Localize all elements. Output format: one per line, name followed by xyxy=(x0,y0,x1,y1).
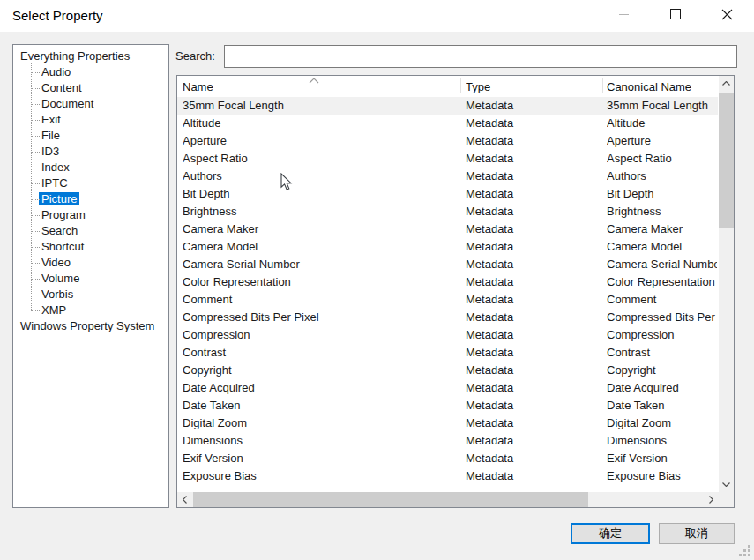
table-row[interactable]: Date AcquiredMetadataDate Acquired xyxy=(177,379,718,397)
chevron-right-icon xyxy=(709,496,713,504)
table-row[interactable]: CopyrightMetadataCopyright xyxy=(177,362,718,379)
column-header-canonical-name[interactable]: Canonical Name xyxy=(607,76,717,96)
tree-item-label: Video xyxy=(39,256,73,269)
tree-item-shortcut[interactable]: Shortcut xyxy=(13,239,168,255)
cell-type: Metadata xyxy=(466,238,600,256)
scroll-right-button[interactable] xyxy=(704,492,719,507)
minimize-button xyxy=(606,0,641,28)
property-list: 35mm Focal LengthMetadata35mm Focal Leng… xyxy=(177,97,718,485)
tree-item-xmp[interactable]: XMP xyxy=(13,302,168,318)
table-row[interactable]: BrightnessMetadataBrightness xyxy=(177,203,718,220)
tree-item-volume[interactable]: Volume xyxy=(13,271,168,287)
chevron-down-icon xyxy=(722,482,730,487)
cell-name: Bit Depth xyxy=(183,185,458,203)
window-title: Select Property xyxy=(12,0,103,32)
tree-item-file[interactable]: File xyxy=(13,128,168,144)
resize-grip-icon[interactable] xyxy=(737,543,751,557)
tree-item-label: ID3 xyxy=(39,145,62,158)
cell-canonical: Dimensions xyxy=(607,432,717,450)
cell-type: Metadata xyxy=(466,344,600,362)
tree-item-iptc[interactable]: IPTC xyxy=(13,175,168,191)
chevron-left-icon xyxy=(183,496,187,504)
table-row[interactable]: AltitudeMetadataAltitude xyxy=(177,115,718,132)
scroll-down-button[interactable] xyxy=(719,477,734,492)
vertical-scrollbar[interactable] xyxy=(719,76,734,492)
horizontal-scrollbar[interactable] xyxy=(177,492,719,507)
cell-type: Metadata xyxy=(466,203,600,220)
cell-canonical: Date Acquired xyxy=(607,379,717,397)
table-row[interactable]: Date TakenMetadataDate Taken xyxy=(177,397,718,414)
table-row[interactable]: ContrastMetadataContrast xyxy=(177,344,718,362)
cell-type: Metadata xyxy=(466,309,600,326)
tree-item-search[interactable]: Search xyxy=(13,223,168,239)
table-row[interactable]: CommentMetadataComment xyxy=(177,291,718,309)
table-row[interactable]: CompressionMetadataCompression xyxy=(177,326,718,344)
table-row[interactable]: DimensionsMetadataDimensions xyxy=(177,432,718,450)
cell-name: Color Representation xyxy=(183,273,458,291)
table-row[interactable]: Exif VersionMetadataExif Version xyxy=(177,450,718,467)
table-row[interactable]: Camera Serial NumberMetadataCamera Seria… xyxy=(177,256,718,273)
table-row[interactable]: Digital ZoomMetadataDigital Zoom xyxy=(177,414,718,432)
cell-name: Aperture xyxy=(183,132,458,150)
title-bar: Select Property xyxy=(0,0,754,32)
tree-item-content[interactable]: Content xyxy=(13,80,168,96)
list-header: Name Type Canonical Name xyxy=(177,76,718,96)
cell-name: Exposure Bias xyxy=(183,467,458,485)
table-row[interactable]: ApertureMetadataAperture xyxy=(177,132,718,150)
vertical-scrollbar-thumb[interactable] xyxy=(719,93,734,228)
cell-canonical: Copyright xyxy=(607,362,717,379)
search-input[interactable] xyxy=(224,45,737,68)
table-row[interactable]: Exposure BiasMetadataExposure Bias xyxy=(177,467,718,485)
table-row[interactable]: Color RepresentationMetadataColor Repres… xyxy=(177,273,718,291)
table-row[interactable]: AuthorsMetadataAuthors xyxy=(177,168,718,185)
cell-canonical: Comment xyxy=(607,291,717,309)
scroll-left-button[interactable] xyxy=(177,492,192,507)
tree-item-label: Search xyxy=(39,224,80,237)
table-row[interactable]: 35mm Focal LengthMetadata35mm Focal Leng… xyxy=(177,97,718,115)
tree-item-picture[interactable]: Picture xyxy=(13,191,168,207)
maximize-button[interactable] xyxy=(658,0,693,28)
tree-item-video[interactable]: Video xyxy=(13,255,168,271)
cell-name: Authors xyxy=(183,168,458,185)
cell-type: Metadata xyxy=(466,132,600,150)
column-header-type[interactable]: Type xyxy=(466,76,598,96)
tree-item-index[interactable]: Index xyxy=(13,160,168,175)
tree-item-vorbis[interactable]: Vorbis xyxy=(13,287,168,302)
tree-item-audio[interactable]: Audio xyxy=(13,64,168,80)
tree-item-document[interactable]: Document xyxy=(13,96,168,112)
header-divider[interactable] xyxy=(602,78,603,93)
cell-canonical: Camera Serial Number xyxy=(607,256,717,273)
tree-item-label: XMP xyxy=(39,303,69,317)
cell-type: Metadata xyxy=(466,256,600,273)
ok-button[interactable]: 确定 xyxy=(571,523,650,544)
cell-canonical: Compression xyxy=(607,326,717,344)
horizontal-scrollbar-thumb[interactable] xyxy=(193,492,588,507)
header-divider[interactable] xyxy=(460,78,461,93)
cell-canonical: Exposure Bias xyxy=(607,467,717,485)
cell-name: Copyright xyxy=(183,362,458,379)
close-button[interactable] xyxy=(709,0,744,28)
tree-item-label: Index xyxy=(39,161,72,174)
cell-canonical: Aperture xyxy=(607,132,717,150)
cell-name: Digital Zoom xyxy=(183,414,458,432)
table-row[interactable]: Compressed Bits Per PixelMetadataCompres… xyxy=(177,309,718,326)
cell-type: Metadata xyxy=(466,168,600,185)
table-row[interactable]: Camera MakerMetadataCamera Maker xyxy=(177,220,718,238)
table-row[interactable]: Bit DepthMetadataBit Depth xyxy=(177,185,718,203)
table-row[interactable]: Camera ModelMetadataCamera Model xyxy=(177,238,718,256)
cancel-button[interactable]: 取消 xyxy=(659,523,735,544)
search-label: Search: xyxy=(175,45,215,68)
tree-item-label: Everything Properties xyxy=(18,49,132,63)
tree-item-program[interactable]: Program xyxy=(13,207,168,223)
tree-item-exif[interactable]: Exif xyxy=(13,112,168,128)
tree-item-windows-property-system[interactable]: Windows Property System xyxy=(13,318,168,334)
cell-canonical: Camera Model xyxy=(607,238,717,256)
tree-item-everything-properties[interactable]: Everything Properties xyxy=(13,49,168,64)
property-list-panel: Name Type Canonical Name 35mm Focal Leng… xyxy=(176,75,735,508)
property-tree: Everything PropertiesAudioContentDocumen… xyxy=(13,49,168,334)
chevron-up-icon xyxy=(722,81,730,86)
scroll-up-button[interactable] xyxy=(719,76,734,91)
tree-item-id3[interactable]: ID3 xyxy=(13,144,168,160)
cell-name: Brightness xyxy=(183,203,458,220)
table-row[interactable]: Aspect RatioMetadataAspect Ratio xyxy=(177,150,718,168)
